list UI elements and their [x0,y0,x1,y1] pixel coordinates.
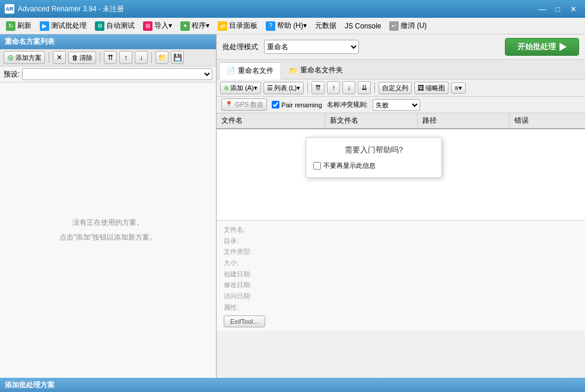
main-layout: 重命名方案列表 ⊕ 添加方案 ✕ 🗑 清除 ⇈ ↑ ↓ 📁 💾 [0,34,585,378]
app-icon: AR [5,4,14,14]
maximize-button[interactable]: □ [551,3,565,15]
file-toolbar-divider-2 [374,82,375,93]
file-tab-icon: 📄 [227,66,236,75]
file-info-createdate: 创建日期: [224,269,578,280]
close-button[interactable]: ✕ [566,3,580,15]
no-show-label: 不要再显示此信息 [323,161,376,170]
file-info-panel: 文件名: 目录: 文件类型: 大小: 创建日期: 修改日期: 访问日期: 属性:… [217,220,585,331]
undo-icon: ↩ [389,21,399,31]
thumbnail-button[interactable]: 🖼 缩略图 [414,82,449,94]
add-scheme-button[interactable]: ⊕ 添加方案 [4,51,45,64]
left-panel: 重命名方案列表 ⊕ 添加方案 ✕ 🗑 清除 ⇈ ↑ ↓ 📁 💾 [0,34,217,378]
file-info-filename: 文件名: [224,224,578,235]
col-path: 路径 [418,113,510,128]
file-info-size: 大小: [224,257,578,269]
menu-test-batch[interactable]: ▶ 测试批处理 [36,19,90,33]
preset-select[interactable] [22,68,212,80]
save-button[interactable]: 💾 [171,51,184,64]
add-icon: ⊕ [7,53,14,62]
empty-line2: 点击"添加"按钮以添加新方案。 [59,232,157,243]
tab-rename-file[interactable]: 📄 重命名文件 [219,62,281,79]
move-top-button[interactable]: ⇈ [104,51,117,64]
bottom-section: 添加批处理方案 重命文件名 修改大小写 移动字符 删除字符 按模式删除字符 重新… [0,378,585,392]
scheme-list-header: 重命名方案列表 [0,34,216,49]
file-info-filetype: 文件类型: [224,246,578,257]
program-icon: ✦ [180,21,190,31]
window-title: Advanced Renamer 3.84 - 未注册 [18,4,535,14]
list-button[interactable]: ☰ 列表 (L)▾ [263,82,304,94]
menu-import[interactable]: ⊞ 导入▾ [139,19,176,33]
title-bar: AR Advanced Renamer 3.84 - 未注册 — □ ✕ [0,0,585,18]
file-move-bottom-button[interactable]: ⇊ [358,81,371,94]
menu-undo[interactable]: ↩ 撤消 (U) [386,19,430,33]
thumbnail-icon: 🖼 [418,84,424,91]
menu-program[interactable]: ✦ 程序▾ [177,19,213,33]
add-file-icon: ⊕ [224,84,229,92]
menu-help[interactable]: ? 帮助 (H)▾ [262,19,310,33]
tab-rename-folder[interactable]: 📁 重命名文件夹 [281,62,351,79]
file-info-accessdate: 访问日期: [224,291,578,302]
empty-scheme-panel: 没有正在使用的方案。 点击"添加"按钮以添加新方案。 [0,82,216,378]
toolbar-divider-2 [100,52,100,63]
file-table: 文件名 新文件名 路径 错误 需要入门帮助吗? 不要再显示此信息 [217,113,585,220]
move-down-button[interactable]: ↓ [135,51,148,64]
preset-row: 预设: [0,66,216,82]
start-batch-button[interactable]: 开始批处理 [505,38,579,56]
clear-icon: 🗑 [72,54,78,61]
options-row: 📍 GPS 数值 Pair renaming 名称冲突规则: 失败 跳过 覆盖 … [217,97,585,113]
list-icon: ☰ [267,84,273,92]
conflict-select[interactable]: 失败 跳过 覆盖 附加 [373,99,420,111]
empty-line1: 没有正在使用的方案。 [72,218,144,228]
auto-test-icon: ⚙ [95,21,104,31]
add-batch-header: 添加批处理方案 [0,378,585,392]
minimize-button[interactable]: — [535,3,549,15]
file-toolbar-divider [307,82,308,93]
table-header: 文件名 新文件名 路径 错误 [217,113,585,129]
refresh-icon: ↻ [6,21,15,31]
col-filename: 文件名 [217,113,325,128]
menu-auto-test[interactable]: ⚙ 自动测试 [91,19,138,33]
file-move-down-button[interactable]: ↓ [342,81,355,94]
file-info-modifydate: 修改日期: [224,279,578,291]
file-move-up-button[interactable]: ↑ [327,81,340,94]
toolbar-divider-1 [49,52,49,63]
col-new-filename: 新文件名 [325,113,418,128]
folder-tab-icon: 📁 [289,66,298,75]
gps-button[interactable]: 📍 GPS 数值 [221,98,267,111]
col-error: 错误 [510,113,585,128]
tabs-row: 📄 重命名文件 📁 重命名文件夹 [217,60,585,79]
file-move-top-button[interactable]: ⇈ [311,81,325,94]
no-show-checkbox[interactable] [313,162,321,170]
folder-button[interactable]: 📁 [155,51,168,64]
batch-mode-row: 批处理模式 重命名 复制 移动 链接 开始批处理 [217,34,585,60]
help-popup-check-row: 不要再显示此信息 [313,161,434,170]
right-panel: 批处理模式 重命名 复制 移动 链接 开始批处理 📄 重命名文件 📁 重命名文件… [217,34,585,378]
delete-scheme-button[interactable]: ✕ [53,51,66,64]
help-popup-title: 需要入门帮助吗? [313,145,434,155]
menu-directory[interactable]: 📁 目录面板 [214,19,261,33]
file-info-directory: 目录: [224,235,578,247]
conflict-label: 名称冲突规则: [327,100,368,109]
menu-refresh[interactable]: ↻ 刷新 [2,19,35,33]
more-button[interactable]: ≡▾ [451,82,465,94]
directory-icon: 📁 [218,21,227,31]
location-icon: 📍 [225,101,233,109]
clear-button[interactable]: 🗑 清除 [68,52,96,64]
pair-renaming-checkbox-label[interactable]: Pair renaming [272,101,322,109]
add-file-button[interactable]: ⊕ 添加 (A)▾ [220,82,261,94]
move-up-button[interactable]: ↑ [119,51,132,64]
import-icon: ⊞ [143,21,152,31]
file-info-attributes: 属性: [224,302,578,313]
menu-js-console[interactable]: JS Console [341,20,384,32]
batch-mode-select[interactable]: 重命名 复制 移动 链接 [264,40,359,54]
help-popup: 需要入门帮助吗? 不要再显示此信息 [306,137,442,178]
play-icon [559,43,567,51]
preset-label: 预设: [4,69,20,79]
window-controls: — □ ✕ [535,3,580,15]
test-batch-icon: ▶ [40,21,49,31]
pair-renaming-checkbox[interactable] [272,101,279,109]
exif-tool-button[interactable]: ExifTool... [224,315,265,327]
menu-metadata[interactable]: 元数据 [311,19,340,33]
batch-mode-label: 批处理模式 [222,42,258,52]
custom-col-button[interactable]: 自定义列 [379,82,412,94]
